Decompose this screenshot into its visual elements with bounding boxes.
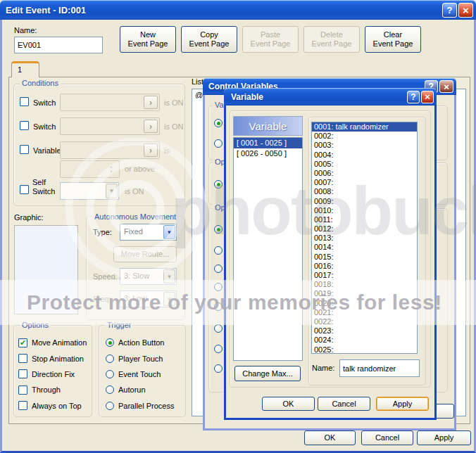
variable-item-row[interactable]: 0025: [312,345,417,355]
clear-event-page-button[interactable]: ClearEvent Page [365,26,421,53]
change-max-button[interactable]: Change Max... [234,366,301,381]
graphic-box[interactable] [14,225,78,314]
help-icon[interactable]: ? [442,3,457,18]
or-above-label: or above [125,165,155,173]
variable-item-row[interactable]: 0006: [312,169,417,178]
cancel-button[interactable]: Cancel [361,430,413,445]
variable-range-list[interactable]: [ 0001 - 0025 ][ 0026 - 0050 ] [233,137,303,361]
cv-radio[interactable] [214,264,223,273]
cv-radio[interactable] [214,180,223,189]
trigger-action-button[interactable]: Action Button [106,335,184,350]
checkbox-icon[interactable] [18,369,27,378]
variable-name-input[interactable] [339,359,420,377]
variable-item-row[interactable]: 0003: [312,141,417,150]
variable-item-row[interactable]: 0010: [312,206,417,215]
variable-item-row[interactable]: 0002: [312,132,417,141]
trigger-autorun[interactable]: Autorun [106,382,184,397]
button-label-line: Event Page [128,39,168,49]
variable-value-spinner: ▲▼ [60,160,120,178]
radio-icon[interactable] [106,338,114,347]
checkbox-icon[interactable] [18,401,27,410]
event-name-input[interactable] [14,37,103,53]
trigger-player-touch[interactable]: Player Touch [106,350,184,366]
cv-radio[interactable] [214,324,223,333]
cv-radio[interactable] [214,345,223,353]
self-switch-combo: ▼ [60,182,119,200]
trigger-parallel-process[interactable]: Parallel Process [106,398,184,414]
close-icon[interactable]: × [421,91,434,103]
tab-page-1[interactable]: 1 [11,61,39,77]
variable-item-row[interactable]: 0004: [312,151,417,160]
cv-radio[interactable] [214,283,223,291]
variable-item-row[interactable]: 0008: [312,187,417,196]
radio-icon[interactable] [106,370,114,378]
option-always-on-top[interactable]: Always on Top [18,398,90,414]
type-label: Type: [93,228,112,236]
variable-item-row[interactable]: 0014: [312,243,417,252]
variable-range-row[interactable]: [ 0001 - 0025 ] [234,138,302,148]
variable-item-row[interactable]: 0021: [312,308,417,317]
variable-item-row[interactable]: 0022: [312,317,417,326]
edit-event-titlebar: Edit Event - ID:001 ? × [0,0,476,20]
switch1-checkbox[interactable] [20,97,29,106]
variable-cancel-button[interactable]: Cancel [318,397,370,411]
trigger-event-touch[interactable]: Event Touch [106,366,184,382]
dropdown-arrow-icon: ▼ [106,184,118,198]
variable-apply-button[interactable]: Apply [376,397,429,411]
option-label: Always on Top [32,402,82,410]
switch2-checkbox[interactable] [20,121,29,130]
option-label: Stop Animation [32,355,84,363]
cv-radio[interactable] [214,246,223,255]
variable-item-row[interactable]: 0024: [312,336,417,345]
freq-value: 3: Low [124,294,146,302]
variable-item-row[interactable]: 0001: talk randomizer [312,122,417,132]
variable-item-row[interactable]: 0011: [312,215,417,224]
self-switch-checkbox[interactable] [20,185,29,194]
cv-radio[interactable] [214,225,223,234]
variable-item-row[interactable]: 0013: [312,234,417,243]
variable-item-row[interactable]: 0020: [312,299,417,308]
cv-radio[interactable] [214,119,223,127]
ok-button[interactable]: OK [304,430,356,445]
option-direction-fix[interactable]: Direction Fix [18,366,90,382]
option-move-animation[interactable]: ✔Move Animation [18,335,90,350]
cv-radio[interactable] [214,364,223,373]
close-icon[interactable]: × [439,80,453,93]
variable-window: Variable ? × Variable [ 0001 - 0025 ][ 0… [224,88,437,420]
checkbox-icon[interactable] [18,354,27,363]
variable-range-row[interactable]: [ 0026 - 0050 ] [234,148,302,159]
variable-item-row[interactable]: 0009: [312,197,417,206]
variable-item-row[interactable]: 0015: [312,253,417,262]
variable-list-header[interactable]: Variable [233,116,303,136]
option-through[interactable]: Through [18,382,90,397]
close-icon[interactable]: × [458,3,473,18]
apply-button[interactable]: Apply [417,430,471,445]
radio-icon[interactable] [106,385,114,394]
variable-item-row[interactable]: 0018: [312,280,417,289]
cv-radio[interactable] [214,302,223,311]
variable-item-row[interactable]: 0016: [312,262,417,271]
variable-item-row[interactable]: 0017: [312,271,417,280]
variable-item-list[interactable]: 0001: talk randomizer0002:0003:0004:0005… [311,122,418,354]
move-route-button: Move Route... [113,246,177,262]
movement-group-label: Autonomous Movement [92,212,178,221]
variable-item-row[interactable]: 0012: [312,224,417,234]
variable-checkbox[interactable] [20,145,29,154]
new-event-page-button[interactable]: NewEvent Page [120,26,176,53]
radio-icon[interactable] [106,355,114,363]
radio-icon[interactable] [106,402,114,410]
speed-value: 3: Slow [124,272,149,280]
copy-event-page-button[interactable]: CopyEvent Page [181,26,237,53]
variable-item-row[interactable]: 0023: [312,326,417,336]
checkbox-icon[interactable] [18,385,27,395]
variable-item-row[interactable]: 0019: [312,289,417,298]
movement-type-combo[interactable]: Fixed ▼ [120,224,177,241]
button-label-line: Delete [320,30,343,39]
option-stop-animation[interactable]: Stop Animation [18,350,90,366]
variable-ok-button[interactable]: OK [262,397,315,411]
variable-item-row[interactable]: 0007: [312,178,417,187]
cv-radio[interactable] [214,139,223,148]
variable-item-row[interactable]: 0005: [312,160,417,169]
checkbox-icon[interactable]: ✔ [18,338,27,347]
help-icon[interactable]: ? [407,91,420,103]
